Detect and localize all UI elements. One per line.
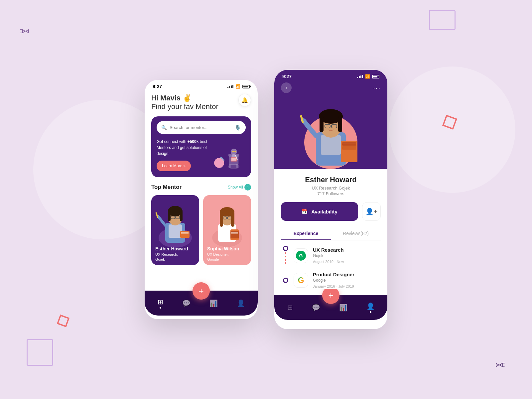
availability-label: Availability bbox=[311, 209, 337, 214]
bell-icon: 🔔 bbox=[241, 97, 248, 103]
mentor-card-info-sophia: Sophia Wilson UX Designer,Google bbox=[203, 243, 251, 265]
add-mentor-button[interactable]: 👤+ bbox=[362, 202, 381, 221]
learn-more-button[interactable]: Learn More » bbox=[157, 161, 191, 171]
battery-fill-2 bbox=[373, 76, 377, 77]
exp-timeline-2 bbox=[282, 278, 289, 283]
profile-followers: 717 Followers bbox=[281, 191, 381, 196]
tab-experience[interactable]: Experience bbox=[281, 227, 331, 240]
signal-bars-1 bbox=[227, 85, 233, 88]
battery-fill-1 bbox=[243, 86, 248, 87]
phone2-fab-button[interactable]: + bbox=[322, 287, 339, 304]
search-input[interactable] bbox=[170, 125, 232, 130]
exp-line-1 bbox=[285, 252, 286, 266]
status-time-2: 9:27 bbox=[282, 74, 292, 79]
exp-logo-gojek: G bbox=[294, 248, 308, 263]
back-button[interactable]: ‹ bbox=[281, 82, 292, 93]
exp-title-gojek: UX Research bbox=[313, 247, 344, 253]
greeting-block: Hi Mavis ✌️ Find your fav Mentor bbox=[151, 94, 218, 111]
exp-company-google: Google bbox=[313, 278, 354, 283]
profile-icon: 👤 bbox=[237, 299, 245, 307]
nav2-chat-button[interactable]: 💬 bbox=[312, 304, 320, 312]
nav-profile-button[interactable]: 👤 bbox=[237, 299, 245, 307]
signal-bar-2-1 bbox=[357, 77, 358, 78]
exp-item-gojek: G UX Research Gojek August 2019 - Now bbox=[282, 246, 379, 266]
svg-rect-9 bbox=[232, 151, 234, 153]
exp-info-gojek: UX Research Gojek August 2019 - Now bbox=[313, 247, 344, 264]
phone-2-header: ‹ ··· bbox=[274, 79, 387, 169]
svg-rect-25 bbox=[168, 211, 171, 221]
banner-illustration bbox=[212, 143, 246, 171]
status-time-1: 9:27 bbox=[153, 84, 162, 89]
show-all-button[interactable]: Show All › bbox=[228, 184, 251, 191]
deco-square-bottomleft bbox=[57, 315, 69, 327]
status-bar-1: 9:27 📶 bbox=[145, 80, 258, 91]
phone-2: 9:27 📶 ‹ ··· bbox=[274, 70, 387, 329]
signal-bars-2 bbox=[357, 75, 363, 78]
availability-button[interactable]: 📅 Availability bbox=[281, 202, 358, 221]
nav-home-button[interactable]: ⊞ bbox=[158, 298, 163, 309]
mentor-card-sophia[interactable]: Sophia Wilson UX Designer,Google bbox=[203, 195, 251, 265]
deco-bracket-bottomleft bbox=[27, 339, 53, 366]
nav2-profile-button[interactable]: 👤 bbox=[366, 302, 375, 313]
profile-name: Esther Howard bbox=[281, 176, 381, 184]
plus-icon: + bbox=[199, 286, 203, 296]
svg-rect-61 bbox=[342, 146, 356, 150]
microphone-icon[interactable]: 🎙️ bbox=[234, 124, 241, 131]
profile-role: UX Research,Gojek bbox=[281, 186, 381, 191]
profile-figure-svg bbox=[298, 92, 364, 169]
signal-bar-1 bbox=[227, 87, 228, 88]
svg-rect-10 bbox=[234, 151, 236, 153]
status-icons-2: 📶 bbox=[357, 74, 379, 79]
nav2-profile-icon: 👤 bbox=[366, 302, 375, 310]
svg-line-30 bbox=[158, 216, 165, 225]
google-logo-icon: G bbox=[298, 276, 304, 285]
nav2-home-button[interactable]: ⊞ bbox=[287, 304, 293, 312]
battery-icon-2 bbox=[372, 75, 379, 78]
tab-reviews[interactable]: Reviews(82) bbox=[331, 227, 381, 240]
exp-period-google: January 2016 - July 2019 bbox=[313, 284, 354, 288]
svg-line-57 bbox=[304, 121, 316, 136]
nav2-home-icon: ⊞ bbox=[287, 304, 293, 312]
signal-bar-4 bbox=[232, 85, 233, 88]
show-all-badge: › bbox=[244, 184, 251, 191]
svg-rect-39 bbox=[220, 212, 223, 227]
chat-icon: 💬 bbox=[182, 299, 191, 307]
sophia-figure-svg bbox=[209, 201, 245, 248]
exp-dot-2 bbox=[283, 278, 288, 283]
svg-rect-4 bbox=[236, 164, 238, 168]
nav2-stats-button[interactable]: 📊 bbox=[339, 304, 347, 312]
signal-bar-2-2 bbox=[359, 76, 360, 78]
svg-rect-46 bbox=[231, 232, 238, 233]
phone-1: 9:27 📶 Hi Mavis ✌️ bbox=[145, 80, 258, 319]
exp-title-google: Product Designer bbox=[313, 272, 354, 277]
add-person-icon: 👤+ bbox=[365, 207, 378, 215]
banner-highlight: +500k bbox=[188, 139, 199, 144]
mentor-card-esther[interactable]: Esther Howard UX Research,Gojek bbox=[151, 195, 199, 265]
search-icon: 🔍 bbox=[161, 125, 167, 130]
svg-rect-8 bbox=[231, 158, 236, 161]
nav-active-dot bbox=[160, 307, 161, 309]
battery-icon-1 bbox=[242, 85, 250, 88]
more-options-button[interactable]: ··· bbox=[373, 84, 381, 92]
experience-list: G UX Research Gojek August 2019 - Now G bbox=[281, 246, 381, 289]
svg-rect-47 bbox=[231, 233, 238, 234]
svg-rect-22 bbox=[169, 224, 182, 238]
svg-rect-62 bbox=[342, 144, 356, 144]
fab-add-button[interactable]: + bbox=[193, 282, 210, 300]
header-row-1: Hi Mavis ✌️ Find your fav Mentor 🔔 bbox=[151, 94, 251, 111]
subtitle-text: Find your fav Mentor bbox=[151, 102, 218, 111]
nav-chat-button[interactable]: 💬 bbox=[182, 299, 191, 307]
notification-bell-button[interactable]: 🔔 bbox=[238, 94, 251, 106]
nav2-stats-icon: 📊 bbox=[339, 304, 347, 312]
mentor-cards-row: Esther Howard UX Research,Gojek bbox=[151, 195, 251, 265]
wifi-icon-2: 📶 bbox=[365, 74, 370, 79]
svg-rect-53 bbox=[338, 116, 342, 132]
nav-stats-button[interactable]: 📊 bbox=[209, 299, 218, 307]
bottom-nav-1: ⊞ 💬 + 📊 👤 bbox=[145, 291, 258, 316]
tabs-row: Experience Reviews(82) bbox=[281, 227, 381, 240]
user-name: Mavis bbox=[160, 94, 181, 102]
svg-rect-3 bbox=[229, 164, 231, 168]
wifi-icon-1: 📶 bbox=[235, 84, 240, 89]
exp-dot-1 bbox=[283, 246, 288, 251]
exp-info-google: Product Designer Google January 2016 - J… bbox=[313, 272, 354, 289]
